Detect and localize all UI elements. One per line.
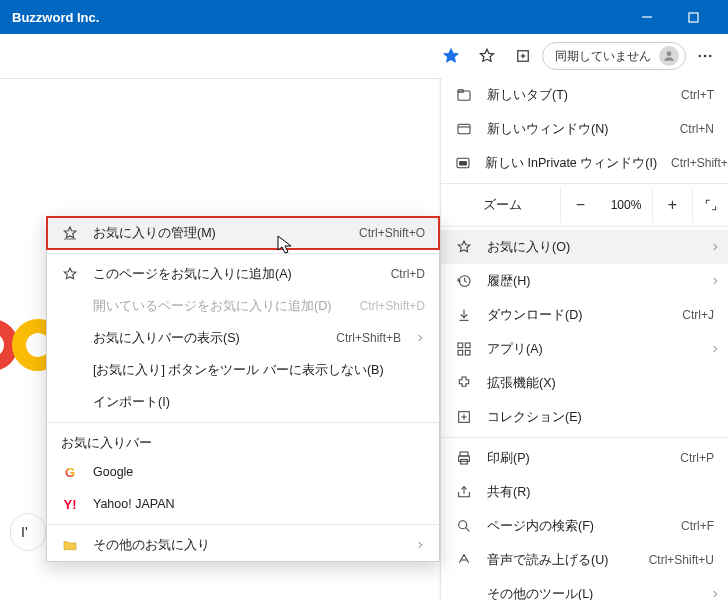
svg-point-8 [709,55,711,57]
svg-rect-18 [458,343,463,348]
chevron-right-icon [710,276,720,286]
favorites-star-filled-icon[interactable] [434,39,468,73]
menu-more-tools[interactable]: その他のツール(L) [441,577,728,600]
sync-label: 同期していません [555,48,651,65]
tab-icon [455,87,473,103]
zoom-in-button[interactable]: + [652,187,692,223]
menu-new-window[interactable]: 新しいウィンドウ(N) Ctrl+N [441,112,728,146]
fav-show-bar[interactable]: お気に入りバーの表示(S) Ctrl+Shift+B [47,322,439,354]
maximize-button[interactable] [670,0,716,34]
svg-point-5 [667,51,672,56]
chevron-right-icon [710,242,720,252]
star-outline-icon [61,266,79,282]
minimize-button[interactable] [624,0,670,34]
google-favicon: G [61,465,79,480]
menu-find[interactable]: ページ内の検索(F) Ctrl+F [441,509,728,543]
svg-point-6 [699,55,701,57]
svg-rect-19 [465,343,470,348]
star-list-icon [61,225,79,241]
window-title: Buzzword Inc. [12,10,99,25]
avatar-icon [659,46,679,66]
google-logo-fragment [0,319,46,375]
svg-rect-14 [460,162,467,165]
chevron-right-icon [415,540,425,550]
menu-zoom: ズーム − 100% + [441,187,728,223]
search-box-fragment: I' [10,513,46,551]
main-menu: 新しいタブ(T) Ctrl+T 新しいウィンドウ(N) Ctrl+N 新しい I… [440,78,728,600]
menu-favorites[interactable]: お気に入り(O) [441,230,728,264]
menu-new-inprivate[interactable]: 新しい InPrivate ウィンドウ(I) Ctrl+Shift+N [441,146,728,180]
menu-downloads[interactable]: ダウンロード(D) Ctrl+J [441,298,728,332]
search-icon [455,518,473,534]
collections-icon [455,409,473,425]
fav-manage[interactable]: お気に入りの管理(M) Ctrl+Shift+O [47,217,439,249]
svg-rect-25 [460,452,468,456]
print-icon [455,450,473,466]
svg-rect-11 [458,124,470,133]
search-fragment-text: I' [21,524,28,540]
chevron-right-icon [710,344,720,354]
sync-profile-pill[interactable]: 同期していません [542,42,686,70]
menu-extensions[interactable]: 拡張機能(X) [441,366,728,400]
favorites-submenu: お気に入りの管理(M) Ctrl+Shift+O このページをお気に入りに追加(… [46,216,440,562]
download-icon [455,307,473,323]
extensions-icon [455,375,473,391]
svg-rect-1 [689,13,698,22]
svg-point-7 [704,55,706,57]
zoom-value: 100% [600,198,652,212]
menu-share[interactable]: 共有(R) [441,475,728,509]
menu-new-tab[interactable]: 新しいタブ(T) Ctrl+T [441,78,728,112]
fullscreen-button[interactable] [692,187,728,223]
favorites-star-outline-icon[interactable] [470,39,504,73]
history-icon [455,273,473,289]
fav-add-open-pages: 開いているページをお気に入りに追加(D) Ctrl+Shift+D [47,290,439,322]
more-menu-button[interactable] [688,39,722,73]
menu-history[interactable]: 履歴(H) [441,264,728,298]
menu-print[interactable]: 印刷(P) Ctrl+P [441,441,728,475]
menu-read-aloud[interactable]: 音声で読み上げる(U) Ctrl+Shift+U [441,543,728,577]
svg-rect-21 [465,350,470,355]
fav-other[interactable]: その他のお気に入り [47,529,439,561]
chevron-right-icon [710,589,720,599]
titlebar: Buzzword Inc. [0,0,728,34]
svg-rect-20 [458,350,463,355]
fav-add-page[interactable]: このページをお気に入りに追加(A) Ctrl+D [47,258,439,290]
read-aloud-icon [455,552,473,568]
fav-import[interactable]: インポート(I) [47,386,439,418]
apps-icon [455,341,473,357]
window-icon [455,121,473,137]
folder-icon [61,537,79,553]
fav-hide-button[interactable]: [お気に入り] ボタンをツール バーに表示しない(B) [47,354,439,386]
share-icon [455,484,473,500]
zoom-out-button[interactable]: − [560,187,600,223]
toolbar-right: 同期していません [424,34,728,78]
fav-bar-header: お気に入りバー [47,427,439,456]
svg-line-30 [466,528,470,532]
menu-apps[interactable]: アプリ(A) [441,332,728,366]
collections-icon[interactable] [506,39,540,73]
fav-item-google[interactable]: G Google [47,456,439,488]
chevron-right-icon [415,333,425,343]
inprivate-icon [455,155,471,171]
menu-collections[interactable]: コレクション(E) [441,400,728,434]
svg-point-29 [459,521,467,529]
star-icon [455,239,473,255]
yahoo-favicon: Y! [61,497,79,512]
fav-item-yahoo[interactable]: Y! Yahoo! JAPAN [47,488,439,520]
